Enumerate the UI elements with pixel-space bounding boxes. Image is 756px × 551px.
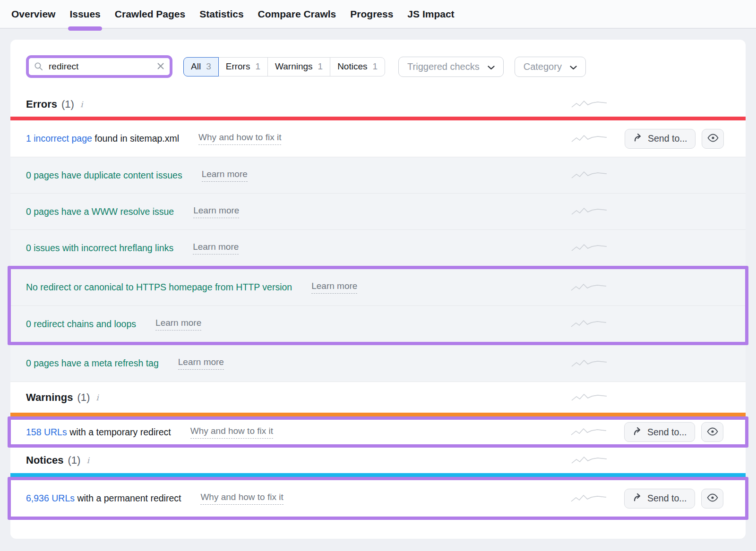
issue-link[interactable]: 0 redirect chains and loops	[26, 319, 136, 330]
hide-issue-button[interactable]	[701, 489, 723, 509]
segment-count: 1	[318, 61, 323, 72]
issue-row-meta-refresh: 0 pages have a meta refresh tag Learn mo…	[10, 345, 746, 381]
warnings-section-header: Warnings (1) i	[10, 381, 746, 413]
trend-sparkline	[571, 99, 608, 110]
eye-icon	[707, 133, 719, 144]
learn-more-link[interactable]: Learn more	[155, 318, 201, 331]
segment-count: 3	[206, 61, 211, 72]
chevron-down-icon	[570, 61, 577, 72]
segment-count: 1	[373, 61, 378, 72]
tab-issues[interactable]: Issues	[69, 0, 100, 28]
learn-more-link[interactable]: Learn more	[193, 205, 239, 218]
triggered-checks-dropdown[interactable]: Triggered checks	[398, 57, 504, 77]
issue-row-sitemap: 1 incorrect page found in sitemap.xml Wh…	[10, 120, 746, 157]
tab-js-impact[interactable]: JS Impact	[407, 0, 454, 28]
share-arrow-icon	[633, 133, 643, 144]
trend-sparkline	[570, 319, 607, 329]
tab-statistics[interactable]: Statistics	[199, 0, 243, 28]
trend-sparkline	[571, 206, 608, 217]
why-how-to-fix-link[interactable]: Why and how to fix it	[200, 492, 283, 505]
share-arrow-icon	[633, 493, 642, 504]
segment-label: Notices	[337, 61, 367, 72]
issue-row-redirect-chains: 0 redirect chains and loops Learn more	[11, 305, 745, 342]
eye-icon	[707, 427, 718, 438]
trend-sparkline	[571, 134, 608, 144]
eye-icon	[707, 493, 718, 504]
highlight-box-redirect-errors: No redirect or canonical to HTTPS homepa…	[8, 266, 748, 345]
segment-all[interactable]: All 3	[183, 57, 219, 76]
issue-link[interactable]: No redirect or canonical to HTTPS homepa…	[26, 282, 292, 293]
section-count: (1)	[77, 391, 90, 404]
hide-issue-button[interactable]	[702, 129, 724, 149]
errors-section-header: Errors (1) i	[10, 92, 746, 117]
learn-more-link[interactable]: Learn more	[311, 281, 357, 294]
issue-link[interactable]: 0 pages have duplicate content issues	[26, 170, 182, 181]
issue-count-link[interactable]: 6,936 URLs	[26, 493, 75, 503]
section-title: Warnings	[26, 391, 73, 404]
segment-label: All	[191, 61, 201, 72]
highlight-box-temporary-redirect: 158 URLs with a temporary redirect Why a…	[8, 416, 748, 448]
warnings-severity-bar	[10, 413, 746, 416]
issues-card: All 3 Errors 1 Warnings 1 Notices 1 Trig…	[10, 40, 746, 539]
issue-row-temporary-redirect: 158 URLs with a temporary redirect Why a…	[11, 420, 745, 444]
issue-link[interactable]: 0 pages have a meta refresh tag	[26, 358, 159, 369]
dropdown-label: Triggered checks	[407, 61, 480, 72]
issue-link[interactable]: 0 pages have a WWW resolve issue	[26, 206, 174, 217]
search-icon	[34, 62, 43, 71]
info-icon[interactable]: i	[80, 100, 83, 109]
dropdown-label: Category	[524, 61, 562, 72]
issue-row-duplicate-content: 0 pages have duplicate content issues Le…	[10, 157, 746, 193]
segment-label: Warnings	[275, 61, 313, 72]
learn-more-link[interactable]: Learn more	[202, 169, 248, 182]
notices-section-header: Notices (1) i	[10, 448, 746, 473]
issue-count-link[interactable]: 158 URLs	[26, 427, 67, 437]
issue-row-www-resolve: 0 pages have a WWW resolve issue Learn m…	[10, 193, 746, 229]
segment-errors[interactable]: Errors 1	[218, 57, 268, 76]
trend-sparkline	[571, 392, 608, 403]
page-body: All 3 Errors 1 Warnings 1 Notices 1 Trig…	[0, 29, 756, 539]
learn-more-link[interactable]: Learn more	[178, 357, 224, 370]
info-icon[interactable]: i	[86, 456, 89, 465]
clear-search-button[interactable]	[157, 62, 164, 71]
hide-issue-button[interactable]	[701, 422, 723, 442]
category-dropdown[interactable]: Category	[515, 57, 586, 77]
send-to-button[interactable]: Send to...	[624, 489, 695, 509]
close-icon	[157, 62, 164, 71]
issue-link[interactable]: 0 issues with incorrect hreflang links	[26, 243, 173, 254]
why-how-to-fix-link[interactable]: Why and how to fix it	[190, 426, 273, 439]
highlight-box-permanent-redirect: 6,936 URLs with a permanent redirect Why…	[8, 477, 748, 520]
notices-severity-bar	[10, 473, 746, 477]
tab-overview[interactable]: Overview	[11, 0, 55, 28]
trend-sparkline	[570, 427, 607, 437]
section-title: Errors	[26, 98, 57, 110]
issue-row-hreflang: 0 issues with incorrect hreflang links L…	[10, 229, 746, 266]
learn-more-link[interactable]: Learn more	[193, 242, 239, 254]
segment-notices[interactable]: Notices 1	[330, 57, 385, 76]
info-icon[interactable]: i	[96, 393, 98, 402]
trend-sparkline	[571, 170, 608, 180]
severity-segmented-control: All 3 Errors 1 Warnings 1 Notices 1	[183, 57, 385, 76]
issue-text: 1 incorrect page found in sitemap.xml	[26, 133, 179, 144]
issue-row-https-homepage: No redirect or canonical to HTTPS homepa…	[11, 269, 745, 305]
why-how-to-fix-link[interactable]: Why and how to fix it	[198, 132, 281, 145]
trend-sparkline	[571, 455, 608, 466]
chevron-down-icon	[488, 61, 495, 72]
tab-crawled-pages[interactable]: Crawled Pages	[115, 0, 185, 28]
search-box[interactable]	[26, 55, 172, 78]
section-count: (1)	[68, 454, 80, 466]
errors-rows: 1 incorrect page found in sitemap.xml Wh…	[10, 120, 746, 266]
issue-text: 6,936 URLs with a permanent redirect	[26, 493, 181, 504]
send-to-button[interactable]: Send to...	[625, 129, 696, 149]
tab-progress[interactable]: Progress	[350, 0, 393, 28]
segment-warnings[interactable]: Warnings 1	[267, 57, 330, 76]
trend-sparkline	[570, 493, 607, 504]
segment-label: Errors	[226, 61, 250, 72]
trend-sparkline	[571, 358, 608, 369]
send-to-button[interactable]: Send to...	[624, 422, 695, 442]
issue-row-permanent-redirect: 6,936 URLs with a permanent redirect Why…	[11, 480, 745, 517]
section-title: Notices	[26, 454, 63, 466]
share-arrow-icon	[633, 427, 642, 438]
tab-compare-crawls[interactable]: Compare Crawls	[258, 0, 336, 28]
issue-count-link[interactable]: 1 incorrect page	[26, 133, 92, 144]
search-input[interactable]	[49, 61, 152, 72]
